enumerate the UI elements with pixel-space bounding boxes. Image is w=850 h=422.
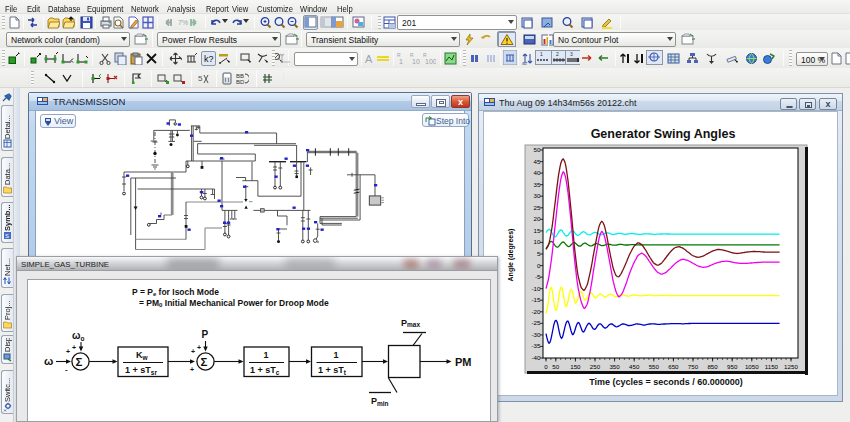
svg-text:1: 1 [540, 51, 543, 57]
svg-text:Time (cycles = seconds / 60.00: Time (cycles = seconds / 60.000000) [589, 377, 743, 387]
svg-text:550: 550 [649, 363, 660, 370]
svg-text:+: + [72, 344, 76, 351]
svg-text:Pmin: Pmin [371, 396, 389, 407]
svg-text:-20: -20 [532, 308, 542, 315]
svg-text:+: + [190, 366, 194, 373]
svg-text:850: 850 [707, 363, 718, 370]
svg-text:S: S [5, 233, 9, 239]
svg-text:-5: -5 [535, 273, 541, 280]
svg-text:-40: -40 [532, 354, 542, 361]
svg-text:20: 20 [534, 215, 541, 222]
svg-text:-25: -25 [532, 319, 542, 326]
svg-text:Generator Swing Angles: Generator Swing Angles [591, 127, 736, 141]
svg-text:Σ: Σ [76, 356, 83, 368]
svg-text:1 + sTsr: 1 + sTsr [125, 365, 157, 376]
svg-text:7%: 7% [178, 19, 188, 26]
svg-text:= PM0 Initial Mechanical Power: = PM0 Initial Mechanical Power for Droop… [139, 298, 329, 309]
svg-text:1250: 1250 [784, 363, 798, 370]
svg-text:1 + sTc: 1 + sTc [250, 365, 280, 376]
svg-text:50: 50 [552, 363, 559, 370]
svg-text:Pmax: Pmax [401, 318, 420, 329]
svg-text:P: P [202, 329, 209, 340]
svg-text:750: 750 [688, 363, 699, 370]
svg-text:Σ: Σ [201, 356, 208, 368]
svg-text:30: 30 [534, 192, 541, 199]
svg-text:0: 0 [544, 363, 548, 370]
svg-text:0: 0 [537, 262, 541, 269]
svg-text:A: A [365, 53, 373, 65]
svg-text:650: 650 [668, 363, 679, 370]
svg-text:1150: 1150 [765, 363, 779, 370]
svg-text:40: 40 [534, 169, 541, 176]
svg-text:-30: -30 [532, 331, 542, 338]
svg-text:+: + [66, 348, 70, 355]
svg-text:5: 5 [198, 74, 203, 83]
svg-text:az: az [522, 60, 528, 65]
svg-text:P = Pe for Isoch Mode: P = Pe for Isoch Mode [132, 287, 219, 298]
svg-text:35: 35 [534, 181, 541, 188]
svg-text:25: 25 [534, 204, 541, 211]
svg-text:PM: PM [455, 356, 472, 368]
svg-text:350: 350 [609, 363, 620, 370]
svg-text:+: + [197, 344, 201, 351]
svg-text:1: 1 [264, 350, 269, 360]
svg-text:1 + sTt: 1 + sTt [318, 365, 347, 376]
svg-text:1050: 1050 [745, 363, 759, 370]
svg-text:k?: k? [204, 54, 214, 64]
svg-text:10: 10 [534, 238, 541, 245]
svg-text:ωo: ωo [72, 330, 84, 342]
svg-text:150: 150 [570, 363, 581, 370]
svg-text:-10: -10 [532, 285, 542, 292]
svg-text:15: 15 [534, 227, 541, 234]
svg-text:950: 950 [727, 363, 738, 370]
svg-text:250: 250 [590, 363, 601, 370]
svg-text:50: 50 [534, 146, 541, 153]
svg-text:-35: -35 [532, 342, 542, 349]
svg-text:1: 1 [334, 350, 339, 360]
svg-text:-15: -15 [532, 296, 542, 303]
svg-text:10: 10 [412, 58, 420, 65]
svg-text:450: 450 [629, 363, 640, 370]
svg-text:5: 5 [537, 250, 541, 257]
svg-text:Angle (degrees): Angle (degrees) [507, 229, 515, 282]
svg-text:ω: ω [44, 355, 53, 367]
svg-text:Kw: Kw [136, 350, 149, 361]
svg-text:100: 100 [425, 58, 436, 65]
svg-text:+: + [191, 348, 195, 355]
svg-text:1: 1 [399, 58, 403, 65]
svg-text:-: - [65, 365, 68, 374]
svg-text:BD: BD [236, 79, 245, 85]
svg-text:45: 45 [534, 158, 541, 165]
svg-text:3: 3 [570, 51, 573, 57]
svg-text:2: 2 [556, 51, 559, 57]
